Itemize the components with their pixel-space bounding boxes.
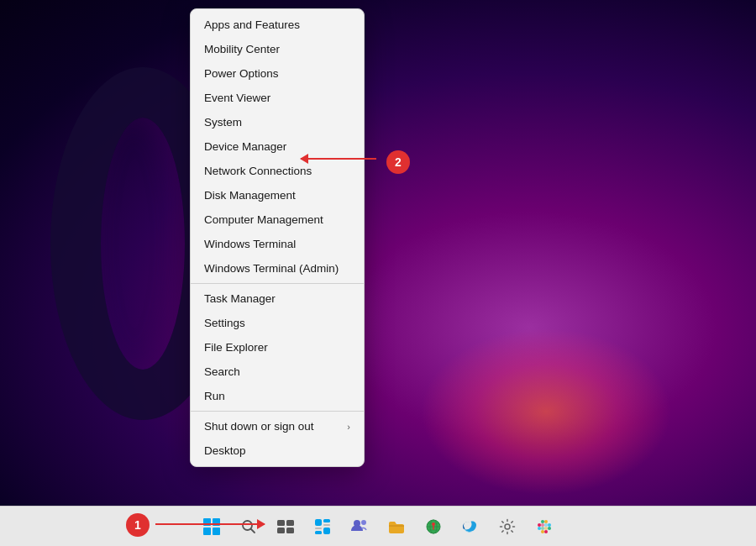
decorative-glow: [420, 328, 672, 496]
menu-item-label: System: [204, 116, 242, 129]
menu-item-file-explorer[interactable]: File Explorer: [191, 335, 364, 360]
annotation-arrow-2: [301, 158, 376, 160]
arrow-line: [301, 158, 376, 160]
svg-rect-25: [541, 523, 544, 527]
svg-rect-9: [315, 528, 322, 529]
menu-item-event-viewer[interactable]: Event Viewer: [191, 86, 364, 110]
gear-icon: [499, 518, 516, 535]
menu-item-windows-terminal-admin[interactable]: Windows Terminal (Admin): [191, 256, 364, 281]
menu-item-label: Network Connections: [204, 165, 312, 177]
svg-rect-8: [323, 524, 330, 526]
widgets-icon: [314, 518, 331, 535]
annotation-badge-1: 1: [126, 513, 150, 537]
svg-rect-24: [544, 520, 548, 523]
menu-item-mobility-center[interactable]: Mobility Center: [191, 37, 364, 61]
menu-item-label: Desktop: [204, 444, 246, 457]
context-menu: Apps and FeaturesMobility CenterPower Op…: [190, 8, 365, 467]
menu-item-shut-down[interactable]: Shut down or sign out›: [191, 414, 364, 438]
file-explorer-button[interactable]: [380, 510, 413, 543]
slack-icon: [536, 518, 553, 535]
menu-item-label: Event Viewer: [204, 92, 270, 104]
taskbar-icons: [195, 510, 561, 543]
menu-item-label: Disk Management: [204, 189, 296, 202]
svg-point-13: [361, 520, 366, 525]
menu-item-label: Task Manager: [204, 292, 276, 305]
menu-item-label: File Explorer: [204, 341, 268, 354]
menu-item-label: Apps and Features: [204, 18, 300, 31]
svg-rect-32: [544, 530, 548, 533]
menu-separator: [191, 283, 364, 284]
maps-button[interactable]: [417, 510, 450, 543]
edge-icon: [462, 518, 479, 535]
slack-button[interactable]: [528, 510, 561, 543]
svg-rect-10: [315, 531, 322, 534]
taskbar: [0, 506, 756, 546]
file-explorer-icon: [387, 518, 406, 535]
menu-item-desktop[interactable]: Desktop: [191, 438, 364, 463]
menu-item-task-manager[interactable]: Task Manager: [191, 286, 364, 311]
menu-item-windows-terminal[interactable]: Windows Terminal: [191, 232, 364, 256]
menu-separator: [191, 411, 364, 412]
menu-item-disk-management[interactable]: Disk Management: [191, 183, 364, 207]
menu-item-label: Shut down or sign out: [204, 420, 314, 433]
search-icon: [240, 518, 257, 535]
teams-button[interactable]: [343, 510, 376, 543]
menu-item-label: Device Manager: [204, 140, 286, 153]
svg-rect-28: [544, 527, 548, 530]
menu-item-run[interactable]: Run: [191, 384, 364, 408]
menu-item-label: Windows Terminal: [204, 238, 296, 250]
menu-item-label: Settings: [204, 317, 245, 329]
edge-button[interactable]: [454, 510, 487, 543]
menu-item-label: Search: [204, 365, 240, 378]
svg-rect-29: [548, 523, 551, 527]
arrow-line: [155, 523, 265, 525]
annotation-arrow-1: [155, 523, 265, 525]
menu-item-computer-management[interactable]: Computer Management: [191, 207, 364, 232]
svg-rect-6: [315, 519, 322, 526]
windows-logo-icon: [203, 518, 220, 535]
menu-item-settings[interactable]: Settings: [191, 311, 364, 335]
svg-rect-27: [541, 527, 544, 530]
svg-rect-3: [286, 520, 294, 526]
widgets-button[interactable]: [306, 510, 339, 543]
svg-rect-2: [277, 520, 285, 526]
menu-item-system[interactable]: System: [191, 110, 364, 134]
settings-button[interactable]: [491, 510, 524, 543]
menu-item-network-connections[interactable]: Network Connections: [191, 159, 364, 183]
menu-item-search[interactable]: Search: [191, 360, 364, 384]
teams-icon: [350, 518, 369, 535]
svg-rect-30: [548, 527, 551, 530]
menu-item-label: Power Options: [204, 67, 279, 80]
svg-point-20: [505, 524, 510, 529]
maps-icon: [425, 518, 442, 535]
menu-item-power-options[interactable]: Power Options: [191, 61, 364, 86]
start-button[interactable]: [195, 510, 228, 543]
task-view-button[interactable]: [269, 510, 302, 543]
svg-rect-22: [538, 527, 541, 530]
svg-rect-4: [277, 528, 285, 533]
submenu-arrow-icon: ›: [347, 422, 350, 432]
menu-item-label: Run: [204, 390, 225, 402]
svg-rect-31: [541, 530, 544, 533]
svg-rect-7: [323, 519, 330, 522]
annotation-badge-2: 2: [386, 150, 410, 174]
svg-rect-21: [538, 523, 541, 527]
menu-item-device-manager[interactable]: Device Manager: [191, 134, 364, 159]
menu-item-label: Windows Terminal (Admin): [204, 262, 339, 275]
svg-rect-26: [544, 523, 548, 527]
svg-rect-23: [541, 520, 544, 523]
menu-item-label: Mobility Center: [204, 43, 280, 55]
svg-rect-11: [323, 528, 330, 534]
menu-item-label: Computer Management: [204, 213, 323, 226]
task-view-icon: [276, 518, 295, 535]
menu-item-apps-features[interactable]: Apps and Features: [191, 13, 364, 37]
svg-line-1: [251, 528, 255, 533]
svg-rect-5: [286, 528, 294, 533]
